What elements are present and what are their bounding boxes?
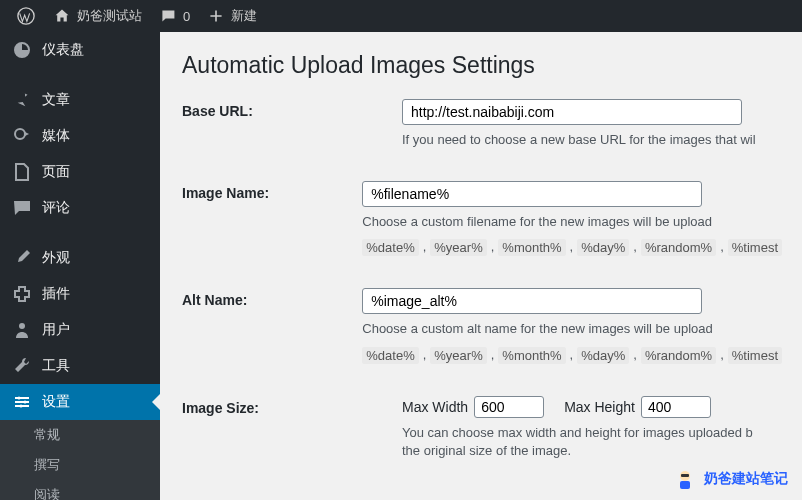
alt-name-desc: Choose a custom alt name for the new ima…: [362, 320, 782, 338]
sidebar-item-label: 工具: [42, 357, 70, 375]
svg-point-8: [20, 405, 23, 408]
watermark-text: 奶爸建站笔记: [704, 470, 788, 488]
svg-rect-4: [15, 401, 29, 403]
alt-name-input[interactable]: [362, 288, 702, 314]
new-label: 新建: [231, 7, 257, 25]
tag-date: %date%: [362, 239, 418, 256]
row-image-name: Image Name: Choose a custom filename for…: [182, 181, 782, 256]
max-width-input[interactable]: [474, 396, 544, 418]
label-image-size: Image Size:: [182, 396, 402, 460]
wordpress-icon: [16, 6, 36, 26]
label-base-url: Base URL:: [182, 99, 402, 149]
tag-day: %day%: [577, 347, 629, 364]
svg-rect-11: [681, 474, 689, 477]
sidebar-item-label: 仪表盘: [42, 41, 84, 59]
sidebar-item-label: 插件: [42, 285, 70, 303]
sidebar-item-label: 外观: [42, 249, 70, 267]
image-size-desc1: You can choose max width and height for …: [402, 424, 782, 442]
tag-random: %random%: [641, 347, 716, 364]
sidebar-item-label: 媒体: [42, 127, 70, 145]
row-base-url: Base URL: If you need to choose a new ba…: [182, 99, 782, 149]
sidebar-item-users[interactable]: 用户: [0, 312, 160, 348]
max-width-label: Max Width: [402, 399, 468, 415]
admin-toolbar: 奶爸测试站 0 新建: [0, 0, 802, 32]
label-alt-name: Alt Name:: [182, 288, 362, 363]
sidebar-item-pages[interactable]: 页面: [0, 154, 160, 190]
page-icon: [12, 162, 32, 182]
sidebar-item-appearance[interactable]: 外观: [0, 240, 160, 276]
tag-year: %year%: [430, 239, 486, 256]
tag-random: %random%: [641, 239, 716, 256]
image-size-desc2: the original size of the image.: [402, 442, 782, 460]
comment-icon: [12, 198, 32, 218]
max-height-label: Max Height: [564, 399, 635, 415]
page-title: Automatic Upload Images Settings: [182, 52, 782, 79]
tag-timest: %timest: [728, 239, 782, 256]
submenu-item-writing[interactable]: 撰写: [0, 450, 160, 480]
tag-month: %month%: [498, 239, 565, 256]
tag-timest: %timest: [728, 347, 782, 364]
comments-button[interactable]: 0: [150, 0, 198, 32]
image-name-desc: Choose a custom filename for the new ima…: [362, 213, 782, 231]
sidebar-item-tools[interactable]: 工具: [0, 348, 160, 384]
sidebar-item-comments[interactable]: 评论: [0, 190, 160, 226]
media-icon: [12, 126, 32, 146]
sidebar-item-dashboard[interactable]: 仪表盘: [0, 32, 160, 68]
dashboard-icon: [12, 40, 32, 60]
comments-count: 0: [183, 9, 190, 24]
svg-rect-3: [15, 397, 29, 399]
row-alt-name: Alt Name: Choose a custom alt name for t…: [182, 288, 782, 363]
alt-name-tags: %date%, %year%, %month%, %day%, %random%…: [362, 347, 782, 364]
wordpress-logo-button[interactable]: [8, 0, 44, 32]
svg-rect-10: [680, 481, 690, 489]
image-name-input[interactable]: [362, 181, 702, 207]
sidebar-item-label: 文章: [42, 91, 70, 109]
site-home-button[interactable]: 奶爸测试站: [44, 0, 150, 32]
tag-day: %day%: [577, 239, 629, 256]
sidebar-item-settings[interactable]: 设置: [0, 384, 160, 420]
sidebar-item-label: 页面: [42, 163, 70, 181]
site-name-label: 奶爸测试站: [77, 7, 142, 25]
submenu-item-reading[interactable]: 阅读: [0, 480, 160, 500]
tag-year: %year%: [430, 347, 486, 364]
svg-point-6: [18, 397, 21, 400]
watermark-avatar-icon: [672, 466, 698, 492]
sidebar-item-plugins[interactable]: 插件: [0, 276, 160, 312]
sidebar-item-posts[interactable]: 文章: [0, 82, 160, 118]
wrench-icon: [12, 356, 32, 376]
brush-icon: [12, 248, 32, 268]
svg-point-2: [19, 323, 25, 329]
home-icon: [52, 6, 72, 26]
base-url-desc: If you need to choose a new base URL for…: [402, 131, 782, 149]
settings-icon: [12, 392, 32, 412]
tag-month: %month%: [498, 347, 565, 364]
svg-point-1: [15, 129, 25, 139]
label-image-name: Image Name:: [182, 181, 362, 256]
plus-icon: [206, 6, 226, 26]
sidebar-item-media[interactable]: 媒体: [0, 118, 160, 154]
comment-icon: [158, 6, 178, 26]
submenu-item-general[interactable]: 常规: [0, 420, 160, 450]
sidebar-item-label: 设置: [42, 393, 70, 411]
image-name-tags: %date%, %year%, %month%, %day%, %random%…: [362, 239, 782, 256]
admin-sidebar: 仪表盘 文章 媒体 页面 评论 外观 插件 用户 工具 设置 常规 撰写 阅读: [0, 32, 160, 500]
sidebar-item-label: 评论: [42, 199, 70, 217]
base-url-input[interactable]: [402, 99, 742, 125]
settings-submenu: 常规 撰写 阅读: [0, 420, 160, 500]
sidebar-item-label: 用户: [42, 321, 70, 339]
svg-point-7: [24, 401, 27, 404]
tag-date: %date%: [362, 347, 418, 364]
user-icon: [12, 320, 32, 340]
row-image-size: Image Size: Max Width Max Height You can…: [182, 396, 782, 460]
main-content: Automatic Upload Images Settings Base UR…: [160, 32, 802, 500]
new-content-button[interactable]: 新建: [198, 0, 265, 32]
plugin-icon: [12, 284, 32, 304]
pin-icon: [12, 90, 32, 110]
max-height-input[interactable]: [641, 396, 711, 418]
watermark: 奶爸建站笔记: [672, 466, 788, 492]
